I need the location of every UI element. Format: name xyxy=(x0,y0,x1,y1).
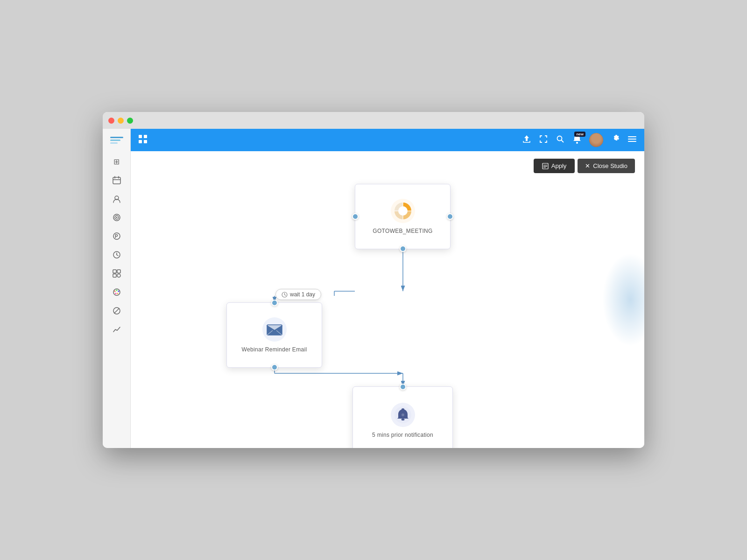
svg-point-31 xyxy=(576,142,578,144)
node-connector-top xyxy=(271,300,278,306)
title-bar xyxy=(103,112,644,129)
decorative-blob xyxy=(602,253,644,346)
svg-point-19 xyxy=(116,290,117,291)
node-connector-bottom xyxy=(271,364,278,371)
webinar-reminder-node[interactable]: Webinar Reminder Email xyxy=(226,302,322,368)
svg-point-16 xyxy=(117,274,120,277)
close-studio-button[interactable]: ✕ Close Studio xyxy=(578,159,635,173)
gotoweb-meeting-node[interactable]: GOTOWEB_MEETING xyxy=(355,184,451,249)
main-area: new xyxy=(131,129,644,448)
svg-rect-15 xyxy=(113,274,116,277)
sidebar-item-dashboard[interactable]: ⊞ xyxy=(106,153,127,170)
sidebar-item-prospects[interactable]: P xyxy=(106,228,127,245)
sidebar: ⊞ xyxy=(103,129,131,448)
content-area: Apply ✕ Close Studio xyxy=(131,151,644,448)
sidebar-item-time[interactable] xyxy=(106,246,127,263)
svg-point-18 xyxy=(114,291,115,292)
svg-point-7 xyxy=(116,217,117,218)
svg-rect-14 xyxy=(117,270,120,273)
notification-label: 5 mins prior notification xyxy=(372,432,433,438)
svg-point-21 xyxy=(117,293,118,294)
node-connector-bottom xyxy=(400,245,406,252)
sidebar-icons: ⊞ xyxy=(103,153,130,338)
svg-line-24 xyxy=(114,308,119,314)
gotoweb-meeting-label: GOTOWEB_MEETING xyxy=(373,228,432,234)
notification-node[interactable]: 5 mins prior notification xyxy=(352,386,453,448)
node-connector-top xyxy=(400,384,406,390)
action-bar: Apply ✕ Close Studio xyxy=(534,159,635,173)
apply-button[interactable]: Apply xyxy=(534,159,575,173)
svg-rect-28 xyxy=(144,140,147,143)
sidebar-item-design[interactable] xyxy=(106,284,127,301)
wait-label-text: wait 1 day xyxy=(290,291,315,298)
webinar-reminder-label: Webinar Reminder Email xyxy=(242,346,307,353)
svg-point-62 xyxy=(401,419,404,420)
sidebar-item-contacts[interactable] xyxy=(106,190,127,207)
menu-icon[interactable] xyxy=(627,134,637,146)
minimize-button[interactable] xyxy=(118,118,124,124)
svg-rect-13 xyxy=(113,270,116,273)
notifications-badge: new xyxy=(574,132,585,137)
settings-icon[interactable] xyxy=(611,134,620,146)
svg-line-30 xyxy=(562,140,564,142)
node-connector-left xyxy=(352,213,359,220)
wait-label[interactable]: wait 1 day xyxy=(275,289,321,300)
sidebar-item-calendar[interactable] xyxy=(106,172,127,189)
app-layout: ⊞ xyxy=(103,129,644,448)
sidebar-item-reports[interactable] xyxy=(106,321,127,338)
svg-line-12 xyxy=(117,255,118,256)
sidebar-item-targets[interactable] xyxy=(106,209,127,226)
svg-rect-0 xyxy=(113,177,120,184)
share-icon[interactable] xyxy=(522,134,531,146)
maximize-button[interactable] xyxy=(127,118,133,124)
svg-rect-25 xyxy=(139,135,142,138)
user-avatar[interactable] xyxy=(589,133,603,147)
traffic-lights xyxy=(108,118,133,124)
fullscreen-icon[interactable] xyxy=(539,134,548,146)
top-nav: new xyxy=(131,129,644,151)
svg-point-20 xyxy=(118,291,119,292)
search-icon[interactable] xyxy=(556,134,565,146)
app-logo xyxy=(107,133,126,147)
svg-rect-27 xyxy=(139,140,142,143)
sidebar-item-integrations[interactable] xyxy=(106,265,127,282)
svg-point-22 xyxy=(115,293,116,294)
nav-grid-icon[interactable] xyxy=(138,134,148,146)
nav-right: new xyxy=(522,133,637,147)
svg-text:P: P xyxy=(115,234,118,239)
svg-point-29 xyxy=(557,136,562,140)
close-button[interactable] xyxy=(108,118,114,124)
svg-point-63 xyxy=(402,413,404,416)
svg-line-56 xyxy=(285,294,286,295)
browser-window: ⊞ xyxy=(103,112,644,448)
node-connector-right xyxy=(447,213,453,220)
svg-rect-61 xyxy=(402,408,404,410)
svg-rect-26 xyxy=(144,135,147,138)
sidebar-item-blocked[interactable] xyxy=(106,302,127,319)
notifications-icon[interactable]: new xyxy=(572,134,582,146)
